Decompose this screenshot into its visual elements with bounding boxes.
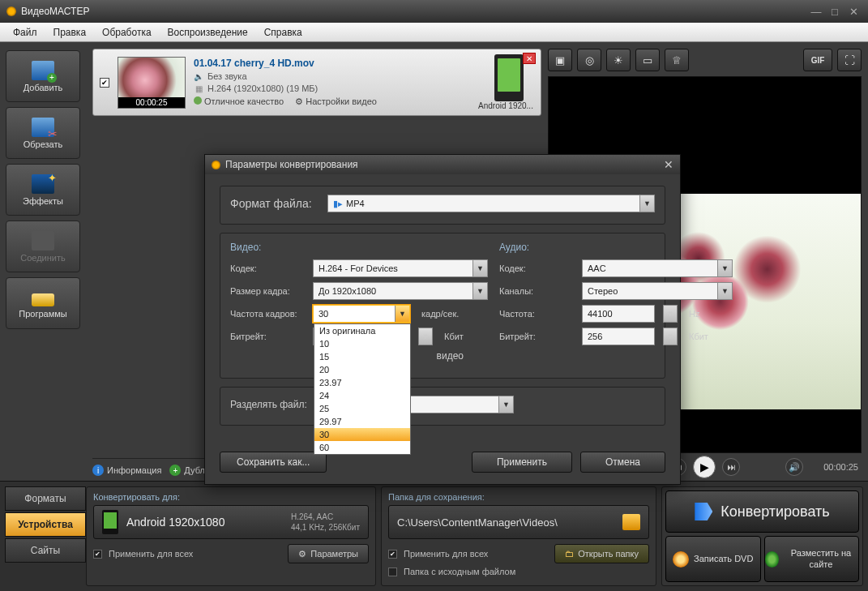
tab-devices[interactable]: Устройства (5, 512, 86, 537)
device-icon (494, 54, 524, 101)
audio-info: Без звука (207, 71, 247, 81)
file-checkbox[interactable]: ✔ (100, 78, 109, 88)
fps-option[interactable]: 29.97 (314, 415, 410, 428)
audio-codec-select[interactable]: AAC▼ (582, 259, 733, 277)
sidebar-effects[interactable]: Эффекты (6, 164, 80, 216)
app-title: ВидеоМАСТЕР (21, 6, 89, 17)
tab-formats[interactable]: Форматы (5, 486, 86, 511)
burn-dvd-button[interactable]: Записать DVD (665, 536, 761, 582)
dvd-icon (673, 551, 689, 567)
duration-label: 00:00:25 (118, 97, 185, 108)
menu-edit[interactable]: Правка (45, 24, 95, 41)
brightness-icon[interactable]: ☀ (606, 49, 631, 71)
volume-icon[interactable]: 🔊 (785, 458, 803, 476)
save-apply-all-checkbox[interactable]: ✔ (388, 550, 397, 559)
open-folder-button[interactable]: 🗀Открыть папку (554, 544, 649, 563)
remove-file-button[interactable]: ✕ (523, 53, 536, 64)
channels-select[interactable]: Стерео▼ (582, 282, 733, 300)
sidebar-join: Соединить (6, 221, 80, 272)
browse-folder-button[interactable] (622, 514, 640, 530)
menu-playback[interactable]: Воспроизведение (160, 24, 256, 41)
convert-icon (695, 503, 712, 520)
params-button[interactable]: ⚙Параметры (288, 544, 369, 563)
folder-icon: 🗀 (565, 549, 574, 559)
next-button[interactable]: ⏭ (722, 458, 740, 476)
minimize-button[interactable]: — (808, 5, 824, 18)
quality-label: Отличное качество (194, 96, 284, 107)
dialog-icon (212, 161, 220, 169)
menu-bar: Файл Правка Обработка Воспроизведение Сп… (0, 23, 868, 42)
file-item[interactable]: ✔ 00:00:25 01.04.17 cherry_4 HD.mov 🔈Без… (92, 49, 541, 116)
apply-button[interactable]: Применить (472, 452, 572, 473)
save-path-row[interactable]: C:\Users\ContentManager\Videos\ (388, 505, 649, 539)
audio-section-label: Аудио: (499, 242, 733, 253)
android-icon (102, 510, 118, 534)
menu-file[interactable]: Файл (5, 24, 45, 41)
format-select[interactable]: ▮▸MP4▼ (327, 195, 655, 212)
freq-input[interactable] (582, 305, 655, 323)
fps-option[interactable]: Из оригинала (314, 324, 410, 337)
gif-button[interactable]: GIF (803, 49, 832, 71)
convert-button[interactable]: Конвертировать (665, 490, 859, 533)
sidebar-cut[interactable]: Обрезать (6, 107, 80, 159)
video-section-label: Видео: (230, 242, 488, 253)
fps-dropdown: Из оригинала 10 15 20 23.97 24 25 29.97 … (314, 323, 411, 455)
save-as-button[interactable]: Сохранить как... (220, 452, 327, 473)
film-icon: ▦ (194, 84, 203, 93)
apply-all-label: Применить для всех (109, 549, 193, 559)
fps-option[interactable]: 15 (314, 350, 410, 363)
file-thumbnail: 00:00:25 (118, 57, 186, 109)
fullscreen-icon[interactable]: ⛶ (837, 49, 862, 71)
sidebar-add[interactable]: Добавить (6, 50, 80, 102)
speed-icon[interactable]: ♕ (665, 49, 689, 71)
convert-params-dialog: Параметры конвертирования ✕ Формат файла… (204, 154, 681, 485)
fps-select[interactable]: 30▼ Из оригинала 10 15 20 23.97 24 25 29… (313, 305, 410, 323)
close-window-button[interactable]: ✕ (845, 5, 862, 18)
rotate-icon[interactable]: ◎ (577, 49, 601, 71)
source-folder-checkbox[interactable] (388, 567, 397, 576)
maximize-button[interactable]: □ (827, 5, 843, 18)
audio-icon: 🔈 (194, 71, 203, 81)
convert-for-label: Конвертировать для: (93, 492, 369, 502)
save-path: C:\Users\ContentManager\Videos\ (397, 516, 558, 529)
fps-option[interactable]: 24 (314, 389, 410, 402)
fps-option[interactable]: 30 (314, 428, 410, 441)
audio-bitrate-input[interactable] (582, 328, 655, 345)
save-folder-label: Папка для сохранения: (388, 492, 649, 502)
publish-web-button[interactable]: Разместить на сайте (764, 536, 860, 582)
fps-option[interactable]: 60 (314, 441, 410, 454)
gear-icon: ⚙ (298, 549, 306, 559)
crop-icon[interactable]: ▣ (548, 49, 572, 71)
app-icon (6, 6, 16, 16)
fps-option[interactable]: 20 (314, 363, 410, 376)
file-name: 01.04.17 cherry_4 HD.mov (194, 58, 476, 69)
apply-all-checkbox[interactable]: ✔ (93, 550, 102, 559)
dialog-close-button[interactable]: ✕ (664, 158, 673, 171)
video-codec-select[interactable]: H.264 - For Devices▼ (313, 259, 488, 277)
format-label: Формат файла: (230, 197, 319, 210)
time-end: 00:00:25 (810, 462, 858, 472)
globe-icon (765, 551, 779, 567)
dialog-title: Параметры конвертирования (225, 159, 358, 170)
sidebar-programs[interactable]: Программы (6, 277, 80, 329)
menu-help[interactable]: Справка (256, 24, 310, 41)
info-button[interactable]: iИнформация (92, 465, 161, 476)
codec-info: H.264 (1920x1080) (19 МБ) (207, 84, 318, 93)
fps-option[interactable]: 10 (314, 337, 410, 350)
video-settings-link[interactable]: ⚙ Настройки видео (295, 96, 377, 107)
frame-size-select[interactable]: До 1920x1080▼ (313, 282, 488, 300)
fps-option[interactable]: 23.97 (314, 376, 410, 389)
device-name: Android 1920x1080 (126, 516, 224, 529)
tab-sites[interactable]: Сайты (5, 538, 86, 563)
device-selector[interactable]: Android 1920x1080 H.264, AAC44,1 KHz, 25… (93, 505, 369, 539)
menu-process[interactable]: Обработка (94, 24, 160, 41)
split-select[interactable]: ▼ (408, 396, 514, 413)
play-button[interactable]: ▶ (693, 456, 716, 478)
fps-option[interactable]: 25 (314, 402, 410, 415)
aspect-icon[interactable]: ▭ (635, 49, 660, 71)
cancel-button[interactable]: Отмена (580, 452, 665, 473)
device-label: Android 1920... (477, 101, 534, 110)
